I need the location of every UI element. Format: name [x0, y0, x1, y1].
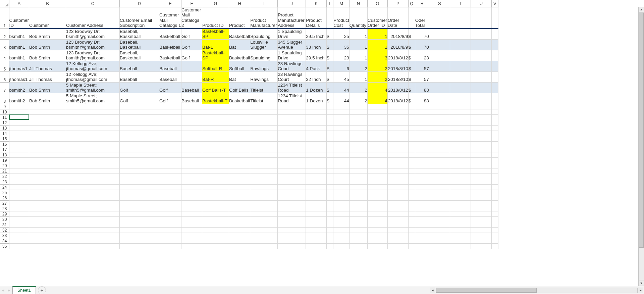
data-cell[interactable]: $ — [408, 82, 415, 93]
empty-cell[interactable] — [450, 168, 471, 174]
data-cell[interactable]: Baseball, Basketball — [120, 39, 159, 50]
empty-cell[interactable] — [66, 233, 120, 238]
data-cell[interactable]: Bastekball-SP — [202, 29, 229, 40]
empty-cell[interactable] — [333, 184, 350, 190]
empty-cell[interactable] — [387, 222, 408, 227]
empty-cell[interactable] — [333, 179, 350, 184]
row-header[interactable]: 30 — [0, 216, 9, 222]
empty-cell[interactable] — [159, 141, 181, 147]
empty-cell[interactable] — [408, 238, 415, 243]
row-header[interactable]: 7 — [0, 82, 9, 93]
empty-cell[interactable] — [349, 163, 367, 168]
empty-cell[interactable] — [66, 211, 120, 216]
data-cell[interactable]: Jill Thomas — [29, 71, 66, 82]
empty-cell[interactable] — [415, 131, 429, 136]
empty-cell[interactable] — [491, 147, 498, 152]
empty-cell[interactable] — [229, 206, 250, 211]
column-header[interactable]: F — [181, 0, 202, 7]
empty-cell[interactable] — [29, 136, 66, 141]
empty-cell[interactable] — [387, 163, 408, 168]
data-cell[interactable]: Baseball — [120, 61, 159, 71]
empty-cell[interactable] — [387, 141, 408, 147]
data-cell[interactable] — [450, 82, 471, 93]
empty-cell[interactable] — [408, 206, 415, 211]
empty-cell[interactable] — [471, 163, 491, 168]
empty-cell[interactable] — [202, 195, 229, 200]
row-header[interactable]: 23 — [0, 179, 9, 184]
empty-cell[interactable] — [349, 131, 367, 136]
empty-cell[interactable] — [66, 243, 120, 249]
empty-cell[interactable] — [9, 190, 29, 195]
empty-cell[interactable] — [450, 120, 471, 125]
empty-cell[interactable] — [333, 238, 350, 243]
header-cell[interactable]: Customer Mail Catalogs 1 — [159, 7, 181, 29]
data-cell[interactable]: $ — [408, 39, 415, 50]
empty-cell[interactable] — [415, 206, 429, 211]
empty-cell[interactable] — [120, 227, 159, 233]
empty-cell[interactable] — [471, 238, 491, 243]
empty-cell[interactable] — [387, 136, 408, 141]
empty-cell[interactable] — [202, 157, 229, 163]
empty-cell[interactable] — [415, 243, 429, 249]
empty-cell[interactable] — [120, 120, 159, 125]
data-cell[interactable]: Bat — [229, 39, 250, 50]
data-cell[interactable]: Jill Thomas — [29, 61, 66, 71]
empty-cell[interactable] — [349, 125, 367, 131]
empty-cell[interactable] — [9, 131, 29, 136]
empty-cell[interactable] — [367, 200, 387, 206]
data-cell[interactable]: 12 Kellogg Ave; jthomas@gmail.com — [66, 71, 120, 82]
data-cell[interactable]: Baseball — [159, 61, 181, 71]
empty-cell[interactable] — [327, 190, 333, 195]
empty-cell[interactable] — [471, 233, 491, 238]
scroll-left-button[interactable]: ◄ — [430, 288, 435, 293]
empty-cell[interactable] — [306, 190, 327, 195]
empty-cell[interactable] — [333, 131, 350, 136]
empty-cell[interactable] — [66, 190, 120, 195]
empty-cell[interactable] — [9, 141, 29, 147]
column-header[interactable]: B — [29, 0, 66, 7]
empty-cell[interactable] — [29, 238, 66, 243]
data-cell[interactable]: $ — [327, 93, 333, 104]
data-cell[interactable]: $ — [408, 29, 415, 40]
empty-cell[interactable] — [408, 227, 415, 233]
empty-cell[interactable] — [327, 120, 333, 125]
data-cell[interactable]: Bob Smith — [29, 29, 66, 40]
data-cell[interactable]: Basketball — [229, 50, 250, 61]
data-cell[interactable]: Baseball, Basketball — [120, 50, 159, 61]
empty-cell[interactable] — [415, 238, 429, 243]
data-cell[interactable]: $ — [327, 39, 333, 50]
empty-cell[interactable] — [278, 227, 306, 233]
empty-cell[interactable] — [415, 227, 429, 233]
empty-cell[interactable] — [159, 243, 181, 249]
empty-cell[interactable] — [333, 136, 350, 141]
column-header[interactable]: Q — [408, 0, 415, 7]
data-cell[interactable]: Golf — [159, 93, 181, 104]
empty-cell[interactable] — [327, 222, 333, 227]
data-cell[interactable]: Golf — [181, 29, 202, 40]
empty-cell[interactable] — [429, 147, 450, 152]
empty-cell[interactable] — [29, 222, 66, 227]
data-cell[interactable]: Bob Smith — [29, 93, 66, 104]
empty-cell[interactable] — [181, 179, 202, 184]
empty-cell[interactable] — [429, 125, 450, 131]
empty-cell[interactable] — [491, 222, 498, 227]
empty-cell[interactable] — [278, 206, 306, 211]
empty-cell[interactable] — [120, 125, 159, 131]
empty-cell[interactable] — [120, 163, 159, 168]
column-header[interactable]: J — [278, 0, 306, 7]
empty-cell[interactable] — [278, 184, 306, 190]
empty-cell[interactable] — [229, 195, 250, 200]
empty-cell[interactable] — [120, 222, 159, 227]
empty-cell[interactable] — [9, 216, 29, 222]
empty-cell[interactable] — [306, 222, 327, 227]
empty-cell[interactable] — [429, 200, 450, 206]
empty-cell[interactable] — [306, 174, 327, 179]
empty-cell[interactable] — [159, 238, 181, 243]
empty-cell[interactable] — [66, 179, 120, 184]
empty-cell[interactable] — [9, 211, 29, 216]
data-cell[interactable]: 2018/8/12 — [387, 93, 408, 104]
empty-cell[interactable] — [327, 125, 333, 131]
data-cell[interactable] — [491, 50, 498, 61]
empty-cell[interactable] — [229, 163, 250, 168]
empty-cell[interactable] — [387, 152, 408, 157]
